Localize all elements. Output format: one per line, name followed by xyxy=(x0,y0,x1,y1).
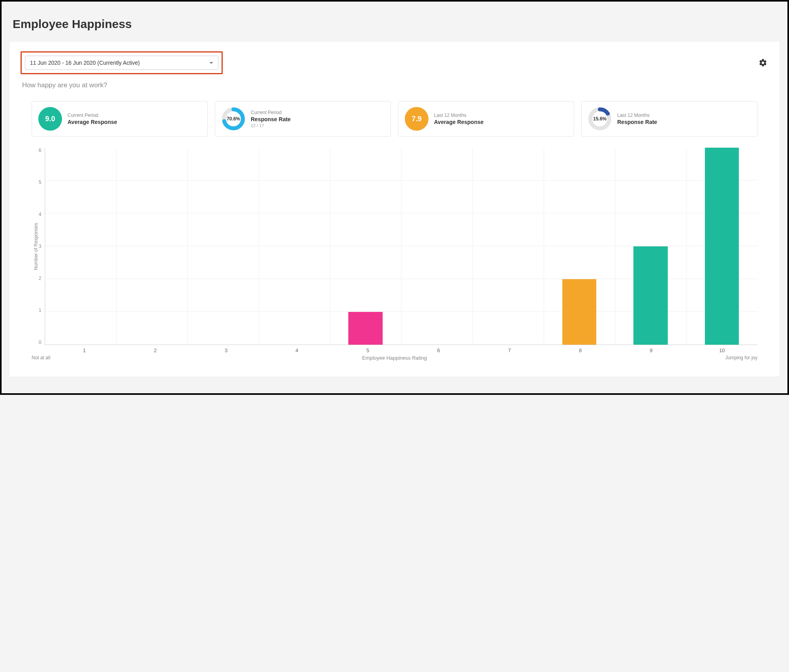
survey-question: How happy are you at work? xyxy=(22,81,768,89)
bar xyxy=(633,246,668,345)
bar-slot xyxy=(544,148,615,345)
bar-chart: Number of Responses 6543210 xyxy=(32,148,757,345)
bar-slot xyxy=(615,148,686,345)
donut-chart: 70.6% xyxy=(222,107,245,131)
y-axis-ticks: 6543210 xyxy=(39,148,45,345)
x-axis-left-caption: Not at all xyxy=(32,355,87,361)
x-tick: 8 xyxy=(545,347,616,353)
x-axis-ticks: 12345678910 xyxy=(49,347,757,353)
x-tick: 9 xyxy=(616,347,686,353)
x-tick: 2 xyxy=(120,347,190,353)
gear-icon xyxy=(759,58,767,67)
bar-slot xyxy=(259,148,330,345)
y-tick: 4 xyxy=(39,212,41,217)
y-tick: 1 xyxy=(39,308,41,313)
y-tick: 0 xyxy=(39,340,41,345)
x-tick: 7 xyxy=(474,347,545,353)
bar-slot xyxy=(188,148,259,345)
settings-button[interactable] xyxy=(757,57,768,68)
metric-badge: 7.9 xyxy=(405,107,428,131)
metrics-row: 9.0 Current Period Average Response 70.6… xyxy=(32,101,757,137)
donut-label: 15.6% xyxy=(588,107,612,131)
bar-slot xyxy=(472,148,543,345)
metric-badge: 9.0 xyxy=(38,107,62,131)
bar-slot xyxy=(330,148,401,345)
y-tick: 5 xyxy=(39,180,41,185)
metric-current-response-rate: 70.6% Current Period Response Rate 12 / … xyxy=(215,101,391,137)
metric-title: Response Rate xyxy=(251,116,291,122)
metric-subtitle: Current Period xyxy=(68,113,117,118)
bar-slot xyxy=(686,148,757,345)
x-axis-right-caption: Jumping for joy xyxy=(702,355,757,361)
period-dropdown-highlight: 11 Jun 2020 - 16 Jun 2020 (Currently Act… xyxy=(21,51,223,74)
bar-slot xyxy=(45,148,116,345)
metric-subtitle: Current Period xyxy=(251,110,291,115)
donut-chart: 15.6% xyxy=(588,107,612,131)
x-tick: 3 xyxy=(191,347,261,353)
x-axis-label: Employee Happiness Rating xyxy=(87,355,702,361)
y-tick: 6 xyxy=(39,148,41,153)
bar-slot xyxy=(116,148,187,345)
donut-label: 70.6% xyxy=(222,107,245,131)
y-tick: 2 xyxy=(39,276,41,281)
metric-title: Response Rate xyxy=(617,119,657,125)
x-tick: 6 xyxy=(403,347,474,353)
chevron-down-icon xyxy=(209,62,213,64)
x-tick: 5 xyxy=(333,347,403,353)
x-tick: 1 xyxy=(49,347,120,353)
bar xyxy=(705,148,739,345)
happiness-panel: 11 Jun 2020 - 16 Jun 2020 (Currently Act… xyxy=(9,42,780,377)
period-dropdown[interactable]: 11 Jun 2020 - 16 Jun 2020 (Currently Act… xyxy=(25,56,218,70)
metric-subtitle: Last 12 Months xyxy=(617,113,657,118)
plot-area xyxy=(45,148,757,345)
metric-ltm-response-rate: 15.6% Last 12 Months Response Rate xyxy=(581,101,757,137)
x-tick: 10 xyxy=(687,347,757,353)
metric-title: Average Response xyxy=(434,119,484,125)
bar-slot xyxy=(401,148,472,345)
period-dropdown-value: 11 Jun 2020 - 16 Jun 2020 (Currently Act… xyxy=(30,60,140,66)
bar xyxy=(562,279,597,345)
page-title: Employee Happiness xyxy=(13,17,780,31)
y-tick: 3 xyxy=(39,244,41,249)
metric-subtitle: Last 12 Months xyxy=(434,113,484,118)
metric-title: Average Response xyxy=(68,119,117,125)
metric-current-average: 9.0 Current Period Average Response xyxy=(32,101,208,137)
metric-extra: 12 / 17 xyxy=(251,123,291,128)
y-axis-label: Number of Responses xyxy=(32,148,39,345)
bar xyxy=(348,312,383,345)
metric-ltm-average: 7.9 Last 12 Months Average Response xyxy=(398,101,574,137)
x-tick: 4 xyxy=(261,347,332,353)
